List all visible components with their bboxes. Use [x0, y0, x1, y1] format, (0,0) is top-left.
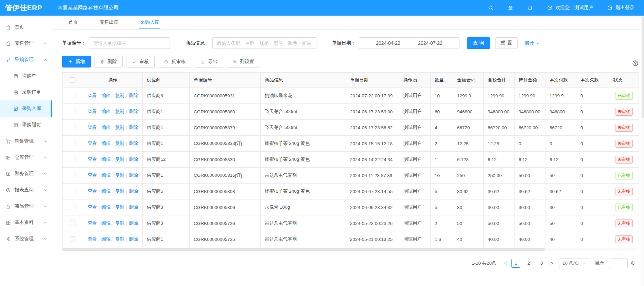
row-checkbox[interactable] [70, 236, 75, 242]
row-checkbox[interactable] [70, 221, 75, 226]
action-link[interactable]: 查看 [88, 157, 97, 162]
sidebar-item-label: 请购单 [22, 73, 36, 79]
bank-icon[interactable] [507, 5, 514, 11]
page-size-select[interactable]: 10 条/页 [559, 259, 589, 268]
action-link[interactable]: 删除 [129, 93, 138, 98]
expand-link[interactable]: 展开 [525, 40, 540, 46]
goods-input[interactable] [212, 37, 316, 49]
logout-button[interactable]: 退出登录 [607, 5, 634, 11]
action-link[interactable]: 查看 [88, 141, 97, 146]
action-link[interactable]: 编辑 [101, 93, 110, 98]
column-header: 本次欠款 [576, 73, 609, 88]
action-link[interactable]: 删除 [129, 221, 138, 226]
action-link[interactable]: 查看 [88, 109, 97, 114]
sidebar-item-warehouse-mgmt[interactable]: 仓库管理 [0, 149, 52, 166]
sidebar-item-purchase-order[interactable]: 采购订单 [0, 84, 52, 100]
sidebar-item-system-mgmt[interactable]: 系统管理 [0, 231, 52, 247]
cell-supplier: 供应商3 [143, 215, 190, 231]
action-link[interactable]: 删除 [129, 189, 138, 194]
reset-button[interactable]: 重置 [495, 37, 518, 49]
unaudit-button[interactable]: 反审核 [158, 56, 191, 68]
row-checkbox[interactable] [70, 125, 75, 130]
row-checkbox[interactable] [70, 173, 75, 178]
action-link[interactable]: 编辑 [101, 173, 110, 178]
action-link[interactable]: 复制 [115, 93, 124, 98]
bill-no-input[interactable] [89, 37, 170, 49]
sidebar-item-purchase-request[interactable]: 请购单 [0, 68, 52, 84]
action-link[interactable]: 复制 [115, 141, 124, 146]
help-icon[interactable] [632, 60, 639, 67]
row-checkbox[interactable] [70, 157, 75, 162]
action-link[interactable]: 编辑 [101, 125, 110, 130]
action-link[interactable]: 复制 [115, 221, 124, 226]
column-settings-button[interactable]: 列设置 [227, 56, 260, 68]
action-link[interactable]: 复制 [115, 173, 124, 178]
sidebar-item-purchase-return[interactable]: 采购退货 [0, 117, 52, 133]
action-link[interactable]: 复制 [115, 189, 124, 194]
select-all-checkbox[interactable] [70, 77, 75, 83]
tab-home[interactable]: 首页 [67, 16, 79, 29]
sidebar-item-report-query[interactable]: 报表查询 [0, 182, 52, 198]
action-link[interactable]: 删除 [129, 236, 138, 242]
row-checkbox[interactable] [70, 205, 75, 210]
action-link[interactable]: 编辑 [101, 157, 110, 162]
prev-page-button[interactable]: < [504, 261, 507, 266]
action-link[interactable]: 编辑 [101, 141, 110, 146]
action-link[interactable]: 删除 [129, 205, 138, 210]
delete-button[interactable]: 删除 [94, 56, 123, 68]
action-link[interactable]: 查看 [88, 125, 97, 130]
export-button[interactable]: 导出 [195, 56, 223, 68]
row-checkbox[interactable] [70, 109, 75, 114]
sidebar-item-home[interactable]: 首页 [0, 19, 52, 35]
action-link[interactable]: 删除 [129, 141, 138, 146]
action-link[interactable]: 复制 [115, 157, 124, 162]
add-button[interactable]: 新增 [62, 56, 91, 68]
sidebar-item-goods-mgmt[interactable]: 商品管理 [0, 198, 52, 214]
row-checkbox[interactable] [70, 93, 75, 98]
action-link[interactable]: 编辑 [101, 189, 110, 194]
audit-button[interactable]: 审核 [126, 56, 155, 68]
page-button-1[interactable]: 1 [511, 259, 520, 268]
action-link[interactable]: 编辑 [101, 109, 110, 114]
sidebar-item-sales-mgmt[interactable]: 销售管理 [0, 133, 52, 149]
action-link[interactable]: 复制 [115, 236, 124, 242]
action-link[interactable]: 查看 [88, 236, 97, 242]
bell-icon[interactable] [527, 5, 533, 11]
sidebar-item-basic-data[interactable]: 基本资料 [0, 214, 52, 231]
page-button-2[interactable]: 2 [524, 259, 533, 268]
page-button-3[interactable]: 3 [537, 259, 546, 268]
action-link[interactable]: 删除 [129, 173, 138, 178]
action-link[interactable]: 查看 [88, 221, 97, 226]
action-link[interactable]: 查看 [88, 189, 97, 194]
tab-purchase-inbound[interactable]: 采购入库 [139, 16, 160, 29]
vertical-scrollbar[interactable] [641, 16, 644, 286]
action-link[interactable]: 查看 [88, 93, 97, 98]
action-link[interactable]: 编辑 [101, 221, 110, 226]
action-link[interactable]: 查看 [88, 205, 97, 210]
date-range-input[interactable]: 2024-04-22 ~ 2024-07-22 [359, 37, 459, 49]
sidebar-item-purchase-mgmt[interactable]: 采购管理 [0, 52, 52, 68]
page-size-value: 10 条/页 [562, 260, 579, 266]
sidebar-item-finance-mgmt[interactable]: 财务管理 [0, 166, 52, 182]
row-checkbox[interactable] [70, 141, 75, 146]
action-link[interactable]: 删除 [129, 125, 138, 130]
action-link[interactable]: 复制 [115, 205, 124, 210]
action-link[interactable]: 编辑 [101, 236, 110, 242]
sidebar-item-retail-mgmt[interactable]: 零售管理 [0, 35, 52, 52]
horizontal-scrollbar[interactable] [62, 248, 639, 251]
action-link[interactable]: 复制 [115, 125, 124, 130]
action-link[interactable]: 删除 [129, 157, 138, 162]
action-link[interactable]: 删除 [129, 109, 138, 114]
search-icon[interactable] [488, 5, 494, 11]
tab-retail-outbound[interactable]: 零售出库 [99, 16, 120, 29]
sidebar-item-purchase-inbound[interactable]: 采购入库 [0, 100, 52, 117]
jump-page-input[interactable] [609, 259, 628, 268]
next-page-button[interactable]: > [551, 261, 553, 266]
search-button[interactable]: 查询 [467, 37, 490, 49]
action-link[interactable]: 复制 [115, 109, 124, 114]
row-checkbox[interactable] [70, 189, 75, 194]
welcome-user[interactable]: 欢迎您，测试用户 [547, 5, 593, 11]
column-header: 状态 [609, 73, 639, 88]
action-link[interactable]: 查看 [88, 173, 97, 178]
action-link[interactable]: 编辑 [101, 205, 110, 210]
